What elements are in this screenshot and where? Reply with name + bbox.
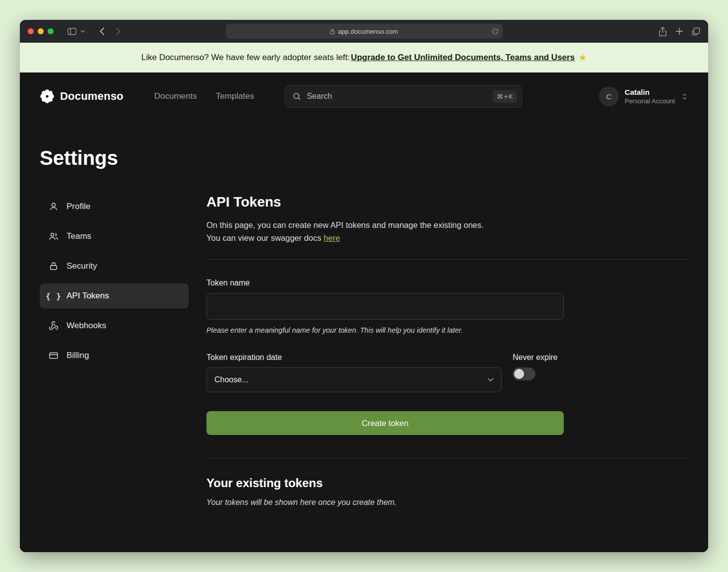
webhook-icon xyxy=(48,321,59,331)
expiration-select[interactable]: Choose... xyxy=(206,367,502,392)
create-token-button[interactable]: Create token xyxy=(206,411,564,435)
expiration-value: Choose... xyxy=(214,375,248,384)
sidebar-item-label: API Tokens xyxy=(66,291,109,301)
api-tokens-panel: API Tokens On this page, you can create … xyxy=(206,194,688,507)
user-name: Catalin xyxy=(625,88,675,96)
docs-text: You can view our swagger docs xyxy=(206,233,324,242)
divider xyxy=(206,458,688,458)
sidebar-toggle-icon[interactable] xyxy=(67,28,76,35)
existing-tokens-section: Your existing tokens Your tokens will be… xyxy=(206,476,688,507)
sidebar-item-api-tokens[interactable]: { } API Tokens xyxy=(40,284,189,308)
new-tab-icon[interactable] xyxy=(675,27,683,35)
lock-icon xyxy=(330,28,335,34)
app-content: Documenso Documents Templates ⌘+K C Cata… xyxy=(20,72,708,552)
never-expire-toggle[interactable] xyxy=(513,367,535,380)
search-bar[interactable]: ⌘+K xyxy=(285,85,522,108)
token-name-hint: Please enter a meaningful name for your … xyxy=(206,326,688,334)
minimize-window-button[interactable] xyxy=(38,28,44,34)
never-expire-label: Never expire xyxy=(513,353,558,362)
promo-banner: Like Documenso? We have few early adopte… xyxy=(20,43,708,72)
sidebar-item-profile[interactable]: Profile xyxy=(40,194,189,219)
sidebar-item-billing[interactable]: Billing xyxy=(40,343,189,368)
section-title: API Tokens xyxy=(206,194,688,210)
expiration-label: Token expiration date xyxy=(206,353,502,362)
settings-nav: Profile Teams Security { } API Token xyxy=(40,194,189,368)
sidebar-item-label: Billing xyxy=(66,351,89,360)
token-name-label: Token name xyxy=(206,279,688,287)
chevrons-up-down-icon xyxy=(681,93,688,100)
search-input[interactable] xyxy=(307,92,487,101)
brand[interactable]: Documenso xyxy=(40,89,124,104)
sidebar-item-teams[interactable]: Teams xyxy=(40,224,189,249)
url-text: app.documenso.com xyxy=(338,28,398,35)
existing-tokens-title: Your existing tokens xyxy=(206,476,688,490)
section-description: On this page, you can create new API tok… xyxy=(206,220,484,229)
traffic-lights xyxy=(28,28,54,34)
search-shortcut-badge: ⌘+K xyxy=(492,90,517,103)
search-icon xyxy=(292,92,301,101)
sidebar-item-security[interactable]: Security xyxy=(40,254,189,279)
main-nav: Documents Templates xyxy=(154,91,254,101)
refresh-icon[interactable] xyxy=(492,28,499,35)
sidebar-item-label: Teams xyxy=(66,231,91,241)
brand-name: Documenso xyxy=(60,90,124,103)
documenso-logo-icon xyxy=(40,89,55,104)
swagger-docs-link[interactable]: here xyxy=(324,233,340,242)
user-icon xyxy=(48,202,59,212)
lock-icon xyxy=(48,261,59,271)
tab-overview-icon[interactable] xyxy=(692,27,700,36)
nav-templates[interactable]: Templates xyxy=(216,91,254,101)
close-window-button[interactable] xyxy=(28,28,34,34)
user-menu[interactable]: C Catalin Personal Account xyxy=(599,86,688,106)
toggle-knob xyxy=(514,369,524,379)
browser-window: app.documenso.com Like Documenso? We hav… xyxy=(20,20,708,552)
nav-documents[interactable]: Documents xyxy=(154,91,197,101)
chevron-down-icon xyxy=(487,378,494,382)
sidebar-item-webhooks[interactable]: Webhooks xyxy=(40,313,189,338)
credit-card-icon xyxy=(48,351,59,360)
upgrade-link[interactable]: Upgrade to Get Unlimited Documents, Team… xyxy=(351,53,575,63)
users-icon xyxy=(48,231,59,241)
user-account-type: Personal Account xyxy=(625,97,675,105)
sidebar-item-label: Profile xyxy=(66,202,90,212)
share-icon[interactable] xyxy=(659,27,667,36)
divider xyxy=(206,259,688,260)
sidebar-chevron-down-icon[interactable] xyxy=(80,30,85,33)
zoom-window-button[interactable] xyxy=(48,28,54,34)
browser-titlebar: app.documenso.com xyxy=(20,20,708,43)
address-bar[interactable]: app.documenso.com xyxy=(226,24,503,39)
back-button[interactable] xyxy=(100,27,105,35)
existing-tokens-empty-text: Your tokens will be shown here once you … xyxy=(206,498,688,507)
page-title: Settings xyxy=(40,147,688,169)
token-name-input[interactable] xyxy=(206,293,564,320)
sidebar-item-label: Security xyxy=(66,261,97,271)
sidebar-item-label: Webhooks xyxy=(66,321,106,331)
promo-text: Like Documenso? We have few early adopte… xyxy=(141,53,350,63)
star-icon: ★ xyxy=(579,52,587,63)
forward-button[interactable] xyxy=(116,27,121,35)
avatar: C xyxy=(599,86,619,106)
app-header: Documenso Documents Templates ⌘+K C Cata… xyxy=(40,72,688,120)
braces-icon: { } xyxy=(48,291,59,301)
